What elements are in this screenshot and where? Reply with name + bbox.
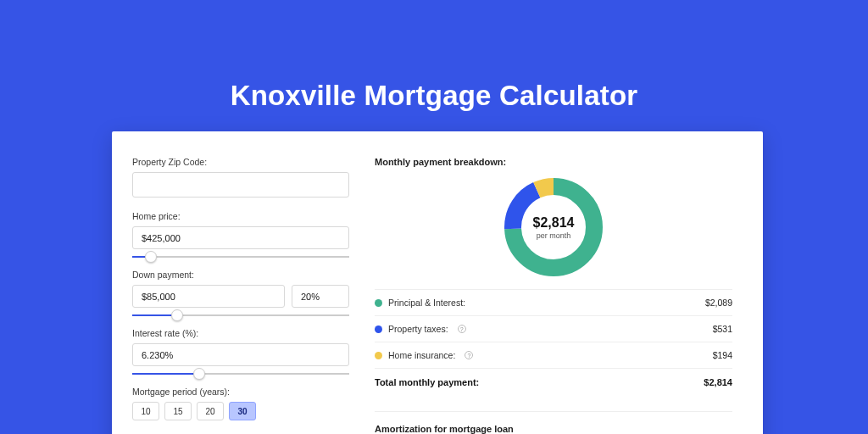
interest-rate-slider[interactable] xyxy=(132,373,349,375)
down-payment-pct-input[interactable] xyxy=(292,285,349,308)
interest-rate-label: Interest rate (%): xyxy=(132,328,349,338)
period-btn-30[interactable]: 30 xyxy=(229,402,256,420)
legend-row-taxes: Property taxes: ? $531 xyxy=(375,315,732,342)
down-payment-input[interactable] xyxy=(132,285,285,308)
down-payment-slider[interactable] xyxy=(132,314,349,316)
amort-title: Amortization for mortgage loan xyxy=(375,424,732,434)
slider-thumb-icon[interactable] xyxy=(193,368,205,380)
legend-label: Home insurance: xyxy=(388,350,455,360)
zip-input[interactable] xyxy=(132,172,349,198)
home-price-input[interactable] xyxy=(132,226,349,249)
legend-row-total: Total monthly payment: $2,814 xyxy=(375,368,732,396)
period-btn-20[interactable]: 20 xyxy=(197,402,224,420)
slider-thumb-icon[interactable] xyxy=(145,251,157,263)
zip-label: Property Zip Code: xyxy=(132,157,349,167)
period-btn-15[interactable]: 15 xyxy=(164,402,192,420)
donut-amount: $2,814 xyxy=(533,215,575,231)
home-price-label: Home price: xyxy=(132,211,349,221)
breakdown-panel: Monthly payment breakdown: $2,814 per mo… xyxy=(349,157,732,434)
payment-donut-chart: $2,814 per month xyxy=(504,177,604,277)
interest-rate-input[interactable] xyxy=(132,343,349,366)
calculator-card: Property Zip Code: Home price: Down paym… xyxy=(112,131,763,434)
legend-label: Property taxes: xyxy=(388,324,448,334)
total-value: $2,814 xyxy=(704,377,732,387)
slider-thumb-icon[interactable] xyxy=(171,309,183,321)
dot-icon xyxy=(375,326,382,333)
donut-sub: per month xyxy=(537,231,571,240)
legend-row-insurance: Home insurance: ? $194 xyxy=(375,342,732,368)
legend-label: Principal & Interest: xyxy=(388,298,465,308)
home-price-slider[interactable] xyxy=(132,256,349,258)
page-title: Knoxville Mortgage Calculator xyxy=(0,80,868,112)
legend-value: $2,089 xyxy=(705,298,732,308)
dot-icon xyxy=(375,352,382,359)
legend-row-principal: Principal & Interest: $2,089 xyxy=(375,289,732,315)
dot-icon xyxy=(375,299,382,307)
period-options: 10 15 20 30 xyxy=(132,402,349,420)
down-payment-label: Down payment: xyxy=(132,270,349,280)
period-label: Mortgage period (years): xyxy=(132,387,349,397)
legend-value: $194 xyxy=(713,350,732,360)
info-icon[interactable]: ? xyxy=(465,351,473,359)
amortization-section: Amortization for mortgage loan Amortizat… xyxy=(375,411,732,434)
total-label: Total monthly payment: xyxy=(375,377,479,387)
legend-value: $531 xyxy=(713,324,732,334)
breakdown-title: Monthly payment breakdown: xyxy=(375,157,732,167)
info-icon[interactable]: ? xyxy=(458,325,466,333)
input-panel: Property Zip Code: Home price: Down paym… xyxy=(132,157,349,434)
period-btn-10[interactable]: 10 xyxy=(132,402,159,420)
